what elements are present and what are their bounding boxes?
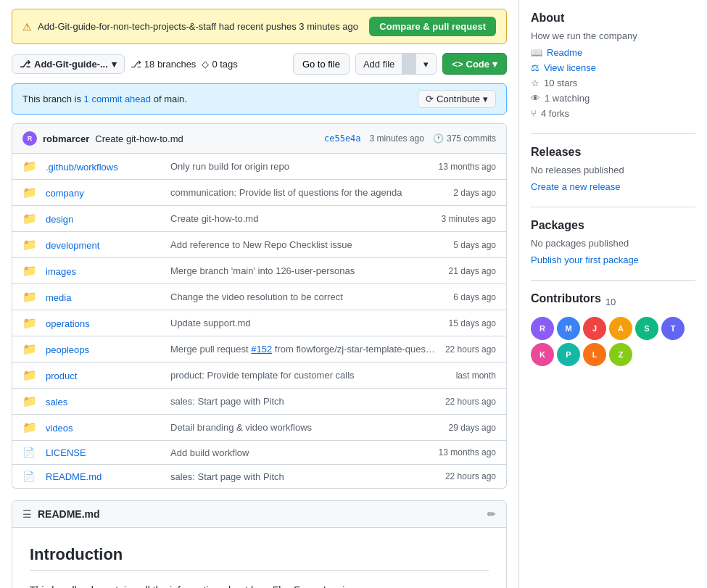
license-link[interactable]: ⚖ View license bbox=[531, 62, 695, 73]
alert-icon: ⚠ bbox=[22, 21, 32, 33]
contributors-section: Contributors 10 R M J A S T K P L Z bbox=[531, 292, 695, 366]
file-commit-message: Create git-how-to.md bbox=[170, 213, 433, 224]
file-commit-message: product: Provide template for customer c… bbox=[170, 370, 447, 381]
contributor-avatar-10[interactable]: Z bbox=[609, 343, 632, 366]
file-name-link[interactable]: media bbox=[46, 292, 71, 303]
pr-link[interactable]: #152 bbox=[251, 344, 272, 355]
readme-header: ☰ README.md ✏ bbox=[12, 501, 506, 528]
star-icon: ☆ bbox=[531, 78, 539, 88]
branch-selector[interactable]: ⎇ Add-Git-guide-... ▾ bbox=[12, 54, 125, 74]
code-label: Code bbox=[466, 59, 490, 70]
book-icon: 📖 bbox=[531, 47, 542, 58]
contributor-avatar-9[interactable]: L bbox=[583, 343, 606, 366]
contributor-avatar-8[interactable]: P bbox=[557, 343, 580, 366]
branch-info-text: This branch is 1 commit ahead of main. bbox=[22, 94, 187, 104]
create-release-link[interactable]: Create a new release bbox=[531, 181, 695, 192]
folder-icon: 📁 bbox=[22, 421, 37, 434]
commit-count: 🕐 375 commits bbox=[433, 133, 496, 144]
commit-username[interactable]: robmarcer bbox=[43, 133, 89, 144]
list-icon: ☰ bbox=[22, 508, 32, 520]
alert-content: Add-Git-guide-for-non-tech-projects-&-st… bbox=[38, 21, 358, 32]
readme-h1: Introduction bbox=[30, 545, 489, 571]
contributor-avatar-7[interactable]: K bbox=[531, 343, 554, 366]
contribute-button[interactable]: ⟳ Contribute ▾ bbox=[418, 90, 496, 108]
file-name-link[interactable]: videos bbox=[46, 423, 73, 434]
file-name-link[interactable]: design bbox=[46, 214, 73, 225]
alert-banner: ⚠ Add-Git-guide-for-non-tech-projects-&-… bbox=[12, 9, 507, 44]
contributor-avatar-2[interactable]: M bbox=[557, 317, 580, 340]
releases-title: Releases bbox=[531, 146, 695, 159]
contributor-avatar-3[interactable]: J bbox=[583, 317, 606, 340]
readme-filename: README.md bbox=[38, 508, 100, 520]
tags-count: 0 tags bbox=[212, 59, 237, 70]
add-file-chevron-icon[interactable]: ▾ bbox=[416, 55, 436, 73]
file-time: 21 days ago bbox=[449, 266, 496, 276]
file-commit-message: Merge pull request #152 from flowforge/z… bbox=[170, 344, 437, 355]
tags-link[interactable]: ◇ 0 tags bbox=[202, 59, 237, 70]
watching-stat[interactable]: 👁 1 watching bbox=[531, 93, 695, 104]
file-name-link[interactable]: company bbox=[46, 188, 84, 199]
go-to-file-button[interactable]: Go to file bbox=[293, 53, 350, 75]
file-name-link[interactable]: development bbox=[46, 240, 99, 251]
folder-icon: 📁 bbox=[22, 264, 37, 278]
add-file-label[interactable]: Add file bbox=[356, 55, 402, 73]
compare-pull-request-button[interactable]: Compare & pull request bbox=[369, 17, 496, 36]
commit-hash[interactable]: ce55e4a bbox=[324, 133, 361, 144]
file-name-link[interactable]: product bbox=[46, 370, 77, 381]
readme-link[interactable]: 📖 Readme bbox=[531, 47, 695, 58]
alert-text: ⚠ Add-Git-guide-for-non-tech-projects-&-… bbox=[22, 21, 358, 33]
contributor-avatar-1[interactable]: R bbox=[531, 317, 554, 340]
file-name-link[interactable]: operations bbox=[46, 318, 90, 329]
forks-stat[interactable]: ⑂ 4 forks bbox=[531, 108, 695, 119]
table-row: 📁developmentAdd reference to New Repo Ch… bbox=[12, 232, 506, 258]
branch-link[interactable]: Add-Git-guide-for-non-tech-projects-&-st… bbox=[38, 21, 216, 32]
file-commit-message: Merge branch 'main' into 126-user-person… bbox=[170, 265, 440, 276]
file-name-link[interactable]: sales bbox=[46, 397, 67, 407]
stars-stat[interactable]: ☆ 10 stars bbox=[531, 78, 695, 88]
about-description: How we run the company bbox=[531, 30, 695, 41]
contributor-avatar-4[interactable]: A bbox=[609, 317, 632, 340]
chevron-down-icon: ▾ bbox=[112, 59, 117, 70]
add-file-dropdown[interactable]: Add file ▾ bbox=[355, 53, 437, 75]
branches-link[interactable]: ⎇ 18 branches bbox=[131, 59, 197, 70]
branch-info-bar: This branch is 1 commit ahead of main. ⟳… bbox=[12, 83, 507, 115]
file-time: 13 months ago bbox=[439, 447, 496, 457]
contributor-avatar-5[interactable]: S bbox=[635, 317, 658, 340]
tag-icon: ◇ bbox=[202, 59, 209, 70]
file-name-link[interactable]: README.md bbox=[46, 471, 102, 482]
code-icon: <> bbox=[452, 59, 463, 70]
table-row: 📁imagesMerge branch 'main' into 126-user… bbox=[12, 258, 506, 284]
file-commit-message: Change the video resolution to be correc… bbox=[170, 291, 445, 302]
sidebar-divider-3 bbox=[531, 280, 695, 281]
about-section: About How we run the company 📖 Readme ⚖ … bbox=[531, 12, 695, 119]
file-name-link[interactable]: peopleops bbox=[46, 344, 89, 355]
file-commit-message: Detail branding & video workflows bbox=[170, 422, 440, 433]
about-title: About bbox=[531, 12, 695, 25]
file-name-link[interactable]: LICENSE bbox=[46, 447, 86, 458]
file-icon: 📄 bbox=[22, 471, 37, 482]
edit-readme-icon[interactable]: ✏ bbox=[487, 508, 496, 520]
table-row: 📁productproduct: Provide template for cu… bbox=[12, 363, 506, 389]
table-row: 📁operationsUpdate support.md15 days ago bbox=[12, 310, 506, 336]
file-time: 22 hours ago bbox=[445, 397, 496, 407]
sidebar-divider-2 bbox=[531, 207, 695, 207]
packages-section: Packages No packages published Publish y… bbox=[531, 219, 695, 265]
code-button[interactable]: <> Code ▾ bbox=[442, 53, 507, 75]
file-time: 13 months ago bbox=[439, 162, 496, 172]
publish-package-link[interactable]: Publish your first package bbox=[531, 254, 695, 265]
table-row: 📁peopleopsMerge pull request #152 from f… bbox=[12, 336, 506, 363]
file-name-link[interactable]: .github/workflows bbox=[46, 162, 118, 173]
folder-icon: 📁 bbox=[22, 394, 37, 408]
file-commit-message: communication: Provide list of questions… bbox=[170, 187, 445, 198]
file-commit-message: Update support.md bbox=[170, 318, 440, 328]
file-name-link[interactable]: images bbox=[46, 266, 76, 277]
commit-user-avatar[interactable]: R bbox=[22, 131, 37, 146]
contributor-avatar-6[interactable]: T bbox=[661, 317, 685, 340]
fork-icon: ⑂ bbox=[531, 108, 537, 119]
no-releases-text: No releases published bbox=[531, 165, 695, 175]
folder-icon: 📁 bbox=[22, 368, 37, 382]
branch-count-icon: ⎇ bbox=[131, 59, 141, 70]
commit-ahead-link[interactable]: 1 commit ahead bbox=[84, 94, 152, 104]
table-row: 📁designCreate git-how-to.md3 minutes ago bbox=[12, 206, 506, 232]
scale-icon: ⚖ bbox=[531, 62, 539, 73]
